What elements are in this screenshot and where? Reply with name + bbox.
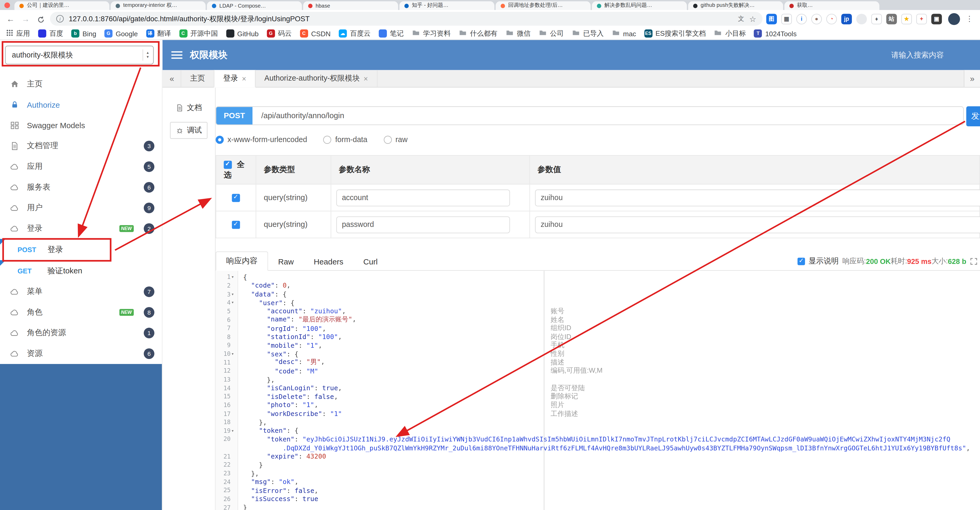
tab-raw[interactable]: Raw	[268, 254, 304, 270]
bookmark-item[interactable]: 笔记	[379, 29, 404, 38]
browser-tab[interactable]: 回调地址参数处理/后…	[495, 1, 590, 10]
bookmark-item[interactable]: T1024Tools	[754, 29, 797, 38]
page-info-icon[interactable]: i	[56, 15, 64, 22]
bookmark-item[interactable]: 已导入	[572, 29, 604, 38]
expand-icon[interactable]	[970, 257, 978, 265]
browser-tab[interactable]: LDAP - Compose…	[207, 1, 302, 10]
browser-tab[interactable]: 获取…	[784, 1, 880, 10]
param-name-input[interactable]	[336, 216, 510, 233]
screenshot-ext-icon[interactable]: 图	[766, 13, 777, 24]
tabs-next-icon[interactable]: »	[964, 70, 980, 87]
service-select[interactable]: authority-权限模块 ▲▼	[5, 46, 154, 64]
bookmark-item[interactable]: G码云	[267, 29, 291, 38]
info-ext-icon[interactable]: i	[796, 13, 807, 24]
tab-response-content[interactable]: 响应内容	[216, 251, 268, 271]
browser-tab[interactable]: 解决参数乱码问题…	[592, 1, 687, 10]
bookmark-item[interactable]: 公司	[539, 29, 564, 38]
close-icon[interactable]: ×	[363, 74, 368, 83]
window-close-button[interactable]	[5, 3, 10, 8]
sidebar-item[interactable]: Authorize	[0, 94, 162, 115]
fold-caret-icon[interactable]: ▾	[231, 428, 236, 434]
bookmark-item[interactable]: 学习资料	[412, 29, 451, 38]
sidebar-item[interactable]: 角色的资源1	[0, 323, 162, 344]
param-checkbox[interactable]	[232, 221, 240, 229]
show-desc-checkbox[interactable]	[797, 257, 805, 265]
sidebar-item[interactable]: 服务表6	[0, 177, 162, 198]
address-bar[interactable]: i 127.0.0.1:8760/api/gate/doc.html#/auth…	[50, 12, 763, 26]
browser-tab[interactable]: 公司｜建设的里…	[14, 1, 110, 10]
tab-debug[interactable]: 调试	[170, 122, 208, 139]
grid-ext-icon[interactable]: ▦	[781, 13, 792, 24]
sidebar-item[interactable]: 应用5	[0, 156, 162, 177]
bookmark-star-icon[interactable]: ☆	[749, 14, 756, 24]
fold-caret-icon[interactable]: ▾	[231, 351, 236, 356]
browser-tab[interactable]: 知乎 - 好问题…	[399, 1, 495, 10]
bookmark-item[interactable]: 微信	[506, 29, 530, 38]
forward-icon[interactable]: →	[20, 14, 31, 24]
tab-curl[interactable]: Curl	[353, 254, 388, 270]
sidebar-item[interactable]: 角色NEW8	[0, 302, 162, 323]
site-ext-icon[interactable]: 站	[886, 13, 897, 24]
jp-ext-icon[interactable]: jp	[841, 13, 852, 24]
bookmark-item[interactable]: GitHub	[226, 29, 259, 38]
bookmark-apps[interactable]: 应用	[6, 29, 30, 38]
sidebar-item[interactable]: 文档管理3	[0, 136, 162, 156]
star-ext-icon[interactable]: ★	[901, 13, 912, 24]
sidebar-item[interactable]: 登录NEW2	[0, 218, 162, 239]
sidebar-item[interactable]: 资源6	[0, 343, 162, 364]
header-search-input[interactable]	[890, 50, 971, 60]
param-value-input[interactable]	[535, 189, 980, 206]
bookmark-item[interactable]: 小目标	[714, 29, 746, 38]
tab-headers[interactable]: Headers	[304, 254, 353, 270]
sidebar-item[interactable]: Swagger Models	[0, 115, 162, 136]
bookmark-item[interactable]: 译翻译	[146, 29, 171, 38]
close-icon[interactable]: ×	[242, 74, 247, 83]
paw-ext-icon[interactable]: ●	[811, 13, 822, 24]
bookmark-item[interactable]: CCSDN	[300, 29, 331, 38]
browser-menu-icon[interactable]: ⋮	[966, 14, 973, 23]
select-all-checkbox[interactable]	[224, 161, 232, 169]
bookmark-item[interactable]: C开源中国	[179, 29, 218, 38]
param-name-input[interactable]	[336, 189, 510, 206]
bookmark-item[interactable]: ☁百度云	[339, 29, 371, 38]
bookmark-item[interactable]: bBing	[71, 29, 96, 38]
translate-icon[interactable]: 文	[738, 14, 744, 23]
sidebar-endpoint-get[interactable]: GET验证token	[0, 260, 162, 282]
body-type-radio[interactable]: form-data	[323, 135, 368, 143]
colors-ext-icon[interactable]: ◔	[826, 13, 837, 24]
body-type-radio[interactable]: raw	[384, 135, 407, 143]
param-checkbox[interactable]	[232, 194, 240, 202]
fold-caret-icon[interactable]: ▾	[231, 291, 236, 297]
fold-caret-icon[interactable]: ▾	[231, 274, 236, 280]
sidebar-item[interactable]: 用户9	[0, 198, 162, 218]
pin-ext-icon[interactable]: +	[916, 13, 927, 24]
bookmark-item[interactable]: 百度	[38, 29, 63, 38]
tab-doc[interactable]: 文档	[170, 100, 207, 116]
profile-avatar[interactable]	[948, 13, 960, 25]
bookmark-item[interactable]: mac	[612, 29, 636, 38]
panel-ext-icon[interactable]: ▣	[931, 13, 942, 24]
sidebar-endpoint-post[interactable]: POST登录	[0, 239, 162, 260]
fold-caret-icon[interactable]: ▾	[231, 300, 236, 305]
bookmark-item[interactable]: 什么都有	[459, 29, 498, 38]
browser-tab[interactable]: github push失败解决…	[688, 1, 783, 10]
bookmark-item[interactable]: GGoogle	[105, 29, 138, 38]
param-value-input[interactable]	[535, 216, 980, 233]
sidebar-item[interactable]: 菜单7	[0, 282, 162, 302]
body-type-radio[interactable]: x-www-form-urlencoded	[216, 135, 307, 143]
shield-ext-icon[interactable]: ♦	[871, 13, 882, 24]
bookmark-item[interactable]: ESES搜索引擎文档	[644, 29, 706, 38]
tab-home[interactable]: 主页	[181, 70, 215, 87]
back-icon[interactable]: ←	[5, 14, 16, 24]
circle-ext-icon[interactable]	[856, 13, 867, 24]
menu-toggle-icon[interactable]	[171, 51, 183, 59]
browser-tab[interactable]: hbase	[303, 1, 398, 10]
browser-tab[interactable]: temporary-interior 权…	[111, 1, 206, 10]
reload-icon[interactable]	[35, 14, 46, 24]
line-number-text: 5	[227, 308, 231, 314]
tab-login[interactable]: 登录×	[214, 70, 256, 88]
tabs-collapse-icon[interactable]: «	[162, 70, 181, 87]
tab-authorize[interactable]: Authorize-authority-权限模块×	[255, 70, 377, 87]
sidebar-item[interactable]: 主页	[0, 74, 162, 94]
send-button[interactable]: 发送	[966, 106, 980, 126]
